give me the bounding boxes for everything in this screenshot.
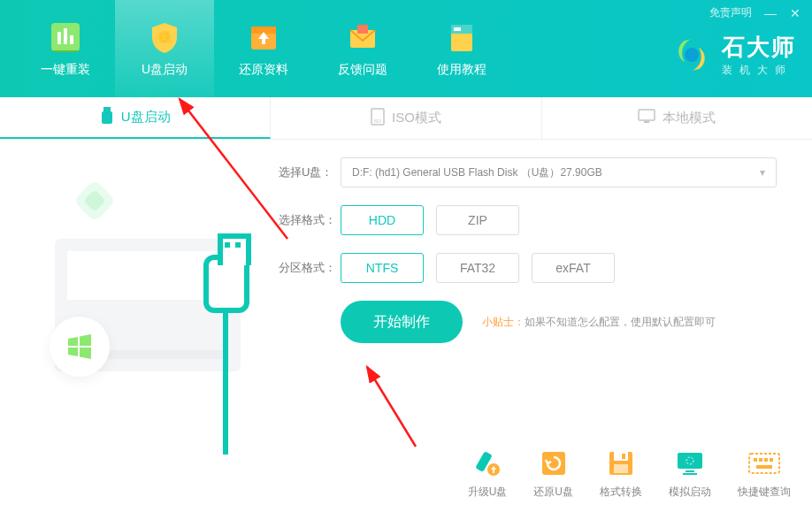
close-button[interactable]: ✕: [789, 6, 801, 20]
partition-option-fat32[interactable]: FAT32: [436, 253, 519, 283]
svg-rect-1: [57, 32, 61, 44]
monitor-icon: [638, 109, 655, 127]
windows-badge-icon: [50, 317, 110, 377]
svg-rect-30: [686, 470, 694, 472]
svg-rect-35: [764, 458, 768, 462]
svg-rect-26: [622, 454, 625, 459]
nav-label: 一键重装: [41, 62, 90, 78]
brand-title: 石大师: [722, 32, 796, 63]
partition-option-exfat[interactable]: exFAT: [532, 253, 615, 283]
window-controls: 免责声明 — ✕: [709, 5, 801, 20]
subnav-label: U盘启动: [121, 109, 171, 126]
tool-label: 模拟启动: [669, 485, 711, 500]
shield-usb-icon: ⚡: [147, 19, 182, 55]
svg-rect-31: [683, 473, 697, 475]
tool-format-convert[interactable]: 格式转换: [600, 447, 642, 500]
usb-drive-value: D:F: (hd1) General USB Flash Disk （U盘）27…: [352, 165, 602, 180]
subnav-label: ISO模式: [392, 110, 441, 126]
tool-simulate-boot[interactable]: 模拟启动: [669, 447, 711, 500]
nav-restore[interactable]: 还原资料: [214, 0, 313, 97]
svg-text:⚡: ⚡: [158, 31, 171, 43]
svg-rect-20: [644, 121, 649, 123]
book-icon: [444, 19, 479, 55]
save-convert-icon: [604, 447, 638, 479]
partition-format-label: 分区格式：: [279, 260, 341, 276]
usb-drive-select[interactable]: D:F: (hd1) General USB Flash Disk （U盘）27…: [341, 157, 777, 187]
nav-label: U盘启动: [142, 62, 188, 78]
svg-rect-2: [64, 28, 67, 44]
brand: 石大师 装机大师: [670, 32, 796, 78]
tool-upgrade-usb[interactable]: 升级U盘: [468, 447, 508, 500]
nav-label: 反馈问题: [338, 62, 387, 78]
tool-label: 格式转换: [600, 485, 642, 500]
svg-rect-4: [53, 50, 78, 52]
select-usb-label: 选择U盘：: [279, 164, 341, 180]
chevron-down-icon: ▾: [760, 166, 765, 179]
format-option-hdd[interactable]: HDD: [341, 205, 424, 235]
iso-file-icon: ISO: [371, 108, 385, 128]
monitor-boot-icon: [673, 447, 707, 479]
svg-rect-16: [102, 111, 112, 124]
subnav-label: 本地模式: [663, 110, 716, 126]
svg-point-14: [685, 48, 699, 62]
svg-text:ISO: ISO: [374, 118, 382, 124]
svg-rect-28: [678, 453, 702, 469]
nav-label: 使用教程: [437, 62, 486, 78]
keyboard-icon: [747, 447, 781, 479]
svg-rect-27: [614, 464, 628, 473]
tool-label: 升级U盘: [468, 485, 508, 500]
svg-rect-37: [756, 465, 772, 469]
select-format-label: 选择格式：: [279, 212, 341, 228]
svg-rect-36: [770, 458, 773, 462]
tool-shortcut-lookup[interactable]: 快捷键查询: [738, 447, 791, 500]
envelope-icon: [345, 19, 380, 55]
nav-feedback[interactable]: 反馈问题: [313, 0, 412, 97]
usb-upgrade-icon: [471, 447, 504, 479]
upload-box-icon: [246, 19, 281, 55]
nav-usb-boot[interactable]: ⚡ U盘启动: [115, 0, 214, 97]
svg-rect-34: [759, 458, 762, 462]
svg-rect-23: [542, 452, 565, 475]
brand-logo-icon: [670, 34, 713, 76]
format-option-zip[interactable]: ZIP: [436, 205, 519, 235]
nav-reinstall[interactable]: 一键重装: [16, 0, 115, 97]
svg-rect-25: [614, 452, 628, 461]
usb-restore-icon: [537, 447, 571, 479]
nav-label: 还原资料: [239, 62, 288, 78]
tool-label: 还原U盘: [533, 485, 573, 500]
svg-rect-10: [357, 25, 368, 34]
tip-text: 小贴士：如果不知道怎么配置，使用默认配置即可: [482, 315, 716, 330]
subnav-local-mode[interactable]: 本地模式: [542, 97, 812, 139]
subnav-iso-mode[interactable]: ISO ISO模式: [271, 97, 541, 139]
svg-rect-33: [754, 458, 757, 462]
nav-tutorial[interactable]: 使用教程: [412, 0, 511, 97]
brand-subtitle: 装机大师: [722, 63, 796, 78]
tool-restore-usb[interactable]: 还原U盘: [533, 447, 573, 500]
sub-nav: U盘启动 ISO ISO模式 本地模式: [0, 97, 812, 140]
usb-icon: [100, 107, 114, 127]
bottom-toolbar: 升级U盘 还原U盘 格式转换 模拟启动 快捷键查询: [468, 447, 791, 500]
svg-rect-19: [639, 110, 655, 120]
app-header: 免责声明 — ✕ 一键重装 ⚡ U盘启动 还原资料 反馈问题: [0, 0, 812, 97]
svg-rect-13: [454, 27, 461, 31]
svg-rect-32: [749, 454, 779, 473]
minimize-button[interactable]: —: [764, 6, 777, 20]
tool-label: 快捷键查询: [738, 485, 791, 500]
usb-illustration-icon: [203, 255, 249, 313]
main-nav: 一键重装 ⚡ U盘启动 还原资料 反馈问题 使用教程: [0, 0, 511, 97]
subnav-usb-boot[interactable]: U盘启动: [0, 97, 271, 139]
tip-label: 小贴士：: [482, 316, 525, 328]
disclaimer-link[interactable]: 免责声明: [709, 5, 752, 20]
svg-rect-3: [70, 35, 73, 44]
illustration-panel: [0, 140, 279, 512]
partition-option-ntfs[interactable]: NTFS: [341, 253, 424, 283]
svg-rect-15: [103, 107, 111, 111]
start-create-button[interactable]: 开始制作: [341, 301, 463, 343]
bar-chart-icon: [48, 19, 83, 55]
